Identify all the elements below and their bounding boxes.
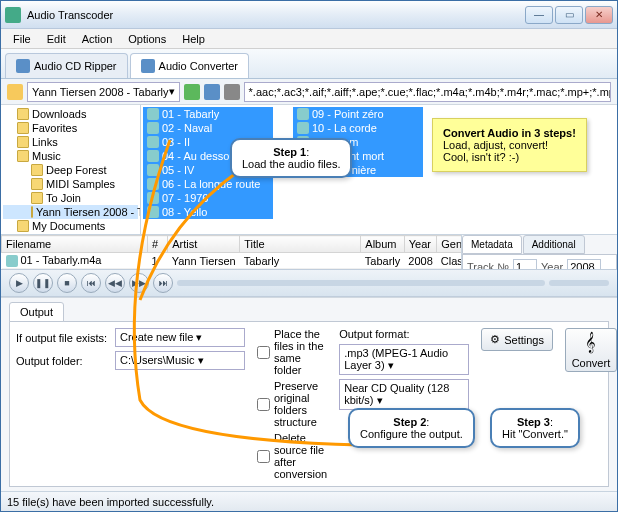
- settings-button[interactable]: ⚙Settings: [481, 328, 553, 351]
- stop-button[interactable]: ■: [57, 273, 77, 293]
- folder-icon: [17, 108, 29, 120]
- audio-icon: [297, 122, 309, 134]
- toolbar: Yann Tiersen 2008 - Tabarly▾ *.aac;*.ac3…: [1, 79, 617, 105]
- prev-button[interactable]: ⏮: [81, 273, 101, 293]
- file-item[interactable]: 10 - La corde: [293, 121, 423, 135]
- column-header[interactable]: Artist: [168, 236, 240, 253]
- year-input[interactable]: [567, 259, 601, 269]
- audio-icon: [147, 164, 159, 176]
- folder-icon: [17, 220, 29, 232]
- chk-preserve[interactable]: [257, 398, 270, 411]
- app-icon: [5, 7, 21, 23]
- gear-icon: ⚙: [490, 333, 500, 346]
- folder-tree[interactable]: DownloadsFavoritesLinksMusicDeep ForestM…: [1, 105, 141, 234]
- audio-icon: [147, 150, 159, 162]
- folder-icon: [31, 192, 43, 204]
- output-tab[interactable]: Output: [9, 302, 64, 322]
- volume-slider[interactable]: [549, 280, 609, 286]
- menubar: File Edit Action Options Help: [1, 29, 617, 49]
- audio-icon: [147, 122, 159, 134]
- menu-edit[interactable]: Edit: [39, 31, 74, 47]
- menu-action[interactable]: Action: [74, 31, 121, 47]
- tree-node[interactable]: Links: [3, 135, 138, 149]
- ext-filter[interactable]: *.aac;*.ac3;*.aif;*.aiff;*.ape;*.cue;*.f…: [244, 82, 611, 102]
- tree-node[interactable]: My Documents: [3, 219, 138, 233]
- sticky-note: Convert Audio in 3 steps! Load, adjust, …: [432, 118, 587, 172]
- table-row[interactable]: 01 - Tabarly.m4a1Yann TiersenTabarlyTaba…: [2, 253, 463, 269]
- audio-icon: [6, 255, 18, 267]
- clef-icon: 𝄞: [585, 332, 596, 353]
- audio-icon: [147, 108, 159, 120]
- tree-node[interactable]: Favorites: [3, 121, 138, 135]
- file-item[interactable]: 02 - Naval: [143, 121, 273, 135]
- output-folder-combo[interactable]: C:\Users\Music ▾: [115, 351, 245, 370]
- chk-same-folder[interactable]: [257, 346, 270, 359]
- column-header[interactable]: Title: [240, 236, 361, 253]
- meta-tab-metadata[interactable]: Metadata: [462, 235, 522, 254]
- callout-step2: Step 2:Configure the output.: [348, 408, 475, 448]
- format-combo[interactable]: .mp3 (MPEG-1 Audio Layer 3) ▾: [339, 344, 469, 375]
- pause-button[interactable]: ❚❚: [33, 273, 53, 293]
- path-combo[interactable]: Yann Tiersen 2008 - Tabarly▾: [27, 82, 180, 102]
- column-header[interactable]: #: [147, 236, 167, 253]
- track-grid[interactable]: Filename#ArtistTitleAlbumYearGenreCompos…: [1, 235, 462, 269]
- audio-icon: [147, 178, 159, 190]
- convert-icon: [141, 59, 155, 73]
- folder-icon: [17, 150, 29, 162]
- statusbar: 15 file(s) have been imported successful…: [1, 491, 617, 511]
- ffw-button[interactable]: ▶▶: [129, 273, 149, 293]
- cd-icon: [16, 59, 30, 73]
- menu-options[interactable]: Options: [120, 31, 174, 47]
- file-item[interactable]: 09 - Point zéro: [293, 107, 423, 121]
- column-header[interactable]: Genre: [437, 236, 462, 253]
- chk-delete[interactable]: [257, 450, 270, 463]
- folder-icon: [31, 206, 33, 218]
- view-icon[interactable]: [224, 84, 240, 100]
- file-item[interactable]: 01 - Tabarly: [143, 107, 273, 121]
- window-title: Audio Transcoder: [27, 9, 525, 21]
- column-header[interactable]: Year: [404, 236, 436, 253]
- file-item[interactable]: 08 - Yello: [143, 205, 273, 219]
- audio-icon: [147, 136, 159, 148]
- metadata-panel: Metadata Additional Track № Year Artist …: [462, 235, 617, 269]
- if-exists-combo[interactable]: Create new file ▾: [115, 328, 245, 347]
- file-item[interactable]: 07 - 1976: [143, 191, 273, 205]
- column-header[interactable]: Filename: [2, 236, 148, 253]
- titlebar: Audio Transcoder — ▭ ✕: [1, 1, 617, 29]
- quality-combo[interactable]: Near CD Quality (128 kbit/s) ▾: [339, 379, 469, 410]
- menu-file[interactable]: File: [5, 31, 39, 47]
- track-input[interactable]: [513, 259, 537, 269]
- callout-step3: Step 3:Hit "Convert.": [490, 408, 580, 448]
- folder-icon[interactable]: [7, 84, 23, 100]
- folder-icon: [17, 122, 29, 134]
- tab-converter[interactable]: Audio Converter: [130, 53, 250, 78]
- tree-node[interactable]: Yann Tiersen 2008 - Tabarly: [3, 205, 138, 219]
- main-tabs: Audio CD Ripper Audio Converter: [1, 49, 617, 79]
- maximize-button[interactable]: ▭: [555, 6, 583, 24]
- tree-node[interactable]: Music: [3, 149, 138, 163]
- convert-button[interactable]: 𝄞 Convert: [565, 328, 617, 372]
- menu-help[interactable]: Help: [174, 31, 213, 47]
- tree-node[interactable]: Deep Forest: [3, 163, 138, 177]
- up-icon[interactable]: [204, 84, 220, 100]
- file-item[interactable]: 06 - La longue route: [143, 177, 273, 191]
- audio-icon: [147, 192, 159, 204]
- column-header[interactable]: Album: [361, 236, 404, 253]
- refresh-icon[interactable]: [184, 84, 200, 100]
- next-button[interactable]: ⏭: [153, 273, 173, 293]
- progress-slider[interactable]: [177, 280, 545, 286]
- folder-icon: [31, 164, 43, 176]
- tree-node[interactable]: MIDI Samples: [3, 177, 138, 191]
- tab-cd-ripper[interactable]: Audio CD Ripper: [5, 53, 128, 78]
- close-button[interactable]: ✕: [585, 6, 613, 24]
- folder-icon: [31, 178, 43, 190]
- tree-node[interactable]: To Join: [3, 191, 138, 205]
- folder-icon: [17, 136, 29, 148]
- audio-icon: [147, 206, 159, 218]
- audio-icon: [297, 108, 309, 120]
- rew-button[interactable]: ◀◀: [105, 273, 125, 293]
- minimize-button[interactable]: —: [525, 6, 553, 24]
- play-button[interactable]: ▶: [9, 273, 29, 293]
- meta-tab-additional[interactable]: Additional: [523, 235, 585, 254]
- tree-node[interactable]: Downloads: [3, 107, 138, 121]
